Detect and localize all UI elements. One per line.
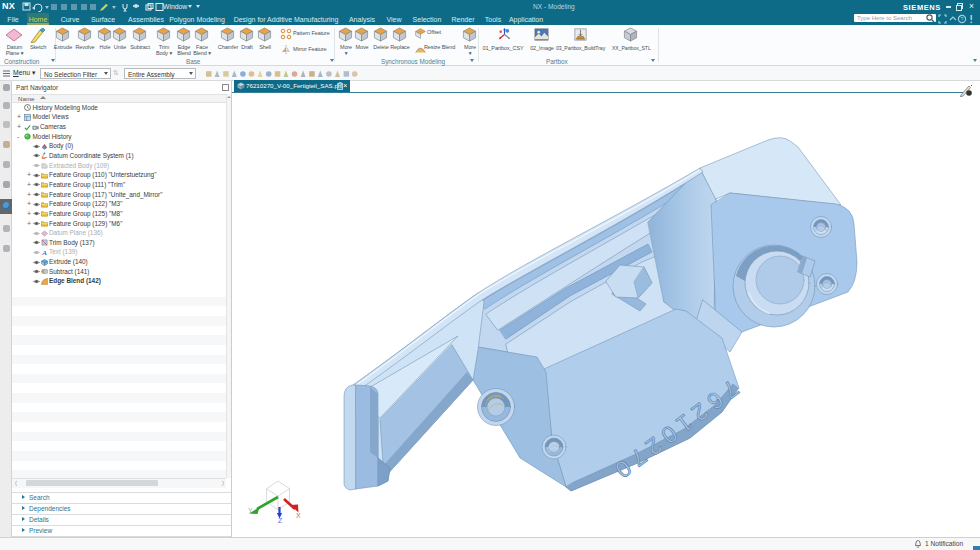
svg-text:Y: Y — [248, 507, 253, 514]
svg-text:Z: Z — [278, 517, 283, 524]
svg-text:X: X — [296, 512, 301, 519]
